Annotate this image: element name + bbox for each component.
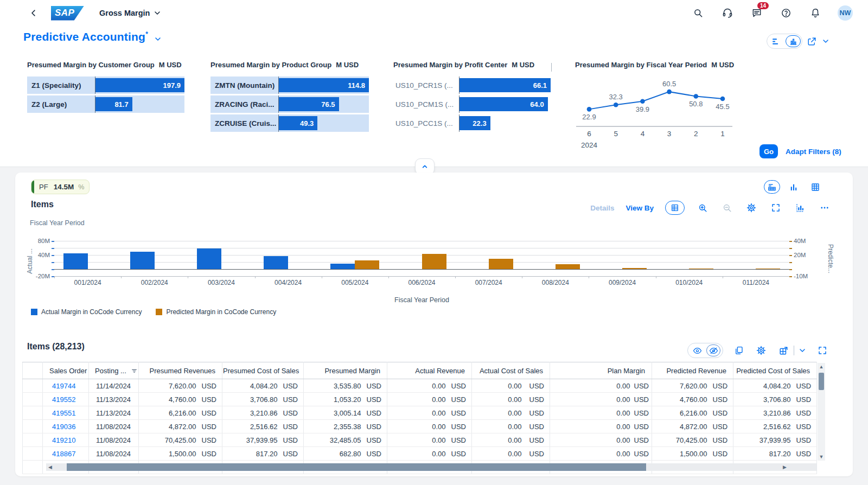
legend-item-actual[interactable]: Actual Margin in CoCode Currency xyxy=(31,308,142,316)
table-row[interactable]: 41955111/13/20246,216.00USD3,210.86USD3,… xyxy=(23,406,817,420)
items-table[interactable]: Sales OrderPosting ...Presumed RevenuesP… xyxy=(22,362,817,474)
chart-builder-button[interactable] xyxy=(794,201,807,214)
predicted-bar[interactable] xyxy=(756,269,780,269)
vertical-scroll-thumb[interactable] xyxy=(819,373,824,390)
column-header[interactable]: Predicted Cost of Sales xyxy=(733,362,817,379)
variant-chevron-down-icon[interactable] xyxy=(154,35,162,43)
column-header[interactable]: Actual Revenue xyxy=(387,362,472,379)
column-header[interactable]: Presumed Cost of Sales xyxy=(222,362,304,379)
table-row[interactable]: 41921011/08/202470,425.00USD37,939.95USD… xyxy=(23,433,817,447)
row-selector[interactable] xyxy=(23,379,43,393)
search-button[interactable] xyxy=(691,6,705,20)
back-button[interactable] xyxy=(27,7,40,20)
view-by-button[interactable]: View By xyxy=(626,204,654,212)
column-header[interactable]: Plan Margin xyxy=(550,362,652,379)
chart-settings-button[interactable] xyxy=(745,201,758,214)
details-button[interactable]: Details xyxy=(590,204,614,212)
legend-toggle-button[interactable] xyxy=(665,201,685,215)
filter-bar-row[interactable]: US10_PCM1S (...64.0 xyxy=(393,95,551,113)
export-button[interactable] xyxy=(777,344,790,357)
sap-logo[interactable]: SAP xyxy=(51,6,84,21)
fiscal-period-line-chart[interactable]: 22.9632.3539.9460.5350.8245.512024 xyxy=(575,76,738,149)
table-row[interactable]: 41955211/13/20244,760.00USD3,706.80USD1,… xyxy=(23,393,817,406)
adapt-filters-link[interactable]: Adapt Filters (8) xyxy=(786,148,841,156)
overflow-menu-button[interactable] xyxy=(818,201,831,214)
horizontal-scrollbar[interactable]: ◀ ▶ xyxy=(46,463,816,471)
predicted-bar[interactable] xyxy=(489,259,513,269)
filter-bar-segment[interactable]: 64.0 xyxy=(459,97,548,111)
sales-order-link[interactable]: 419210 xyxy=(43,436,88,444)
sales-order-link[interactable]: 419036 xyxy=(43,423,88,431)
filter-bar-row[interactable]: US10_PCR1S (...66.1 xyxy=(393,76,551,94)
feedback-button[interactable]: 14 xyxy=(750,6,764,20)
column-header[interactable]: Actual Cost of Sales xyxy=(472,362,550,379)
actual-bar[interactable] xyxy=(330,264,355,269)
table-row[interactable]: 41886711/08/20241,500.00USD817.20USD682.… xyxy=(23,447,817,461)
filter-bar-segment[interactable]: 81.7 xyxy=(95,97,132,111)
sales-order-link[interactable]: 419552 xyxy=(43,395,88,404)
support-button[interactable] xyxy=(720,6,735,20)
sales-order-link[interactable]: 419744 xyxy=(43,382,88,390)
visual-filterbar-toggle[interactable] xyxy=(768,35,783,47)
filter-bar-row[interactable]: US10_PCC1S (...22.3 xyxy=(393,114,551,132)
help-button[interactable] xyxy=(779,6,793,20)
scroll-left-arrow[interactable]: ◀ xyxy=(48,463,52,471)
predicted-bar[interactable] xyxy=(689,269,713,269)
row-selector[interactable] xyxy=(23,420,43,433)
table-row[interactable]: 41974411/14/20247,620.00USD4,084.20USD3,… xyxy=(23,379,817,393)
predicted-bar[interactable] xyxy=(422,254,446,269)
column-header[interactable]: Presumed Revenues xyxy=(139,362,222,379)
row-selector[interactable] xyxy=(23,393,43,406)
avatar[interactable]: NW xyxy=(838,5,853,21)
row-selector-header[interactable] xyxy=(23,362,43,379)
predicted-bar[interactable] xyxy=(622,268,647,269)
alerts-button[interactable] xyxy=(808,6,822,20)
chart-view-button[interactable] xyxy=(786,180,802,194)
row-selector[interactable] xyxy=(23,447,43,461)
show-details-button[interactable] xyxy=(690,344,704,356)
filter-bar-row[interactable]: Z2 (Large)81.7 xyxy=(27,95,184,113)
zoom-out-button[interactable] xyxy=(720,201,733,214)
items-margin-chart[interactable]: 80M40M-20M40M20M-10M xyxy=(54,241,789,276)
actual-bar[interactable] xyxy=(264,256,288,269)
filter-bar-row[interactable]: ZRACING (Raci...76.5 xyxy=(210,95,369,113)
filter-bar-segment[interactable]: 22.3 xyxy=(459,116,490,130)
horizontal-scroll-thumb[interactable] xyxy=(67,463,646,471)
filter-bar-row[interactable]: Z1 (Speciality)197.9 xyxy=(27,76,184,94)
filter-bar-segment[interactable]: 66.1 xyxy=(459,78,551,92)
vertical-scrollbar[interactable]: ▲ ▼ xyxy=(818,363,825,461)
export-chevron-down-icon[interactable] xyxy=(798,346,807,355)
actual-bar[interactable] xyxy=(130,252,155,269)
app-title-chevron-down-icon[interactable] xyxy=(153,9,162,17)
filter-bar-segment[interactable]: 197.9 xyxy=(95,78,184,92)
kpi-chip-pf[interactable]: PF 14.5M % xyxy=(31,180,90,194)
filter-bar-row[interactable]: ZMTN (Mountain)114.8 xyxy=(210,76,369,94)
predicted-bar[interactable] xyxy=(355,260,379,269)
sales-order-link[interactable]: 419551 xyxy=(43,409,88,417)
filter-bar-segment[interactable]: 114.8 xyxy=(279,78,369,92)
actual-bar[interactable] xyxy=(197,248,221,269)
column-header[interactable]: Posting ... xyxy=(89,362,139,379)
filter-bar-row[interactable]: ZCRUISE (Cruis...49.3 xyxy=(210,114,369,132)
row-selector[interactable] xyxy=(23,406,43,420)
scroll-down-arrow[interactable]: ▼ xyxy=(819,453,824,461)
table-row[interactable]: 41903611/08/20244,872.00USD2,516.62USD2,… xyxy=(23,420,817,433)
column-header[interactable]: Presumed Margin xyxy=(304,362,387,379)
chart-filterbar-toggle[interactable] xyxy=(786,35,801,47)
share-button[interactable] xyxy=(805,35,818,48)
hide-details-button[interactable] xyxy=(706,344,720,356)
column-header[interactable]: Sales Order xyxy=(43,362,89,379)
fullscreen-button[interactable] xyxy=(769,201,782,214)
sales-order-link[interactable]: 418867 xyxy=(43,450,88,458)
row-selector[interactable] xyxy=(23,433,43,447)
share-chevron-down-icon[interactable] xyxy=(821,37,830,46)
zoom-in-button[interactable] xyxy=(696,201,709,214)
actual-bar[interactable] xyxy=(63,253,88,269)
filter-bar-segment[interactable]: 76.5 xyxy=(279,97,339,111)
table-settings-button[interactable] xyxy=(755,344,768,357)
filter-bar-segment[interactable]: 49.3 xyxy=(279,116,317,130)
go-button[interactable]: Go xyxy=(760,144,778,158)
chart-table-view-button[interactable] xyxy=(764,180,780,194)
copy-button[interactable] xyxy=(732,344,745,357)
scroll-up-arrow[interactable]: ▲ xyxy=(819,363,824,371)
